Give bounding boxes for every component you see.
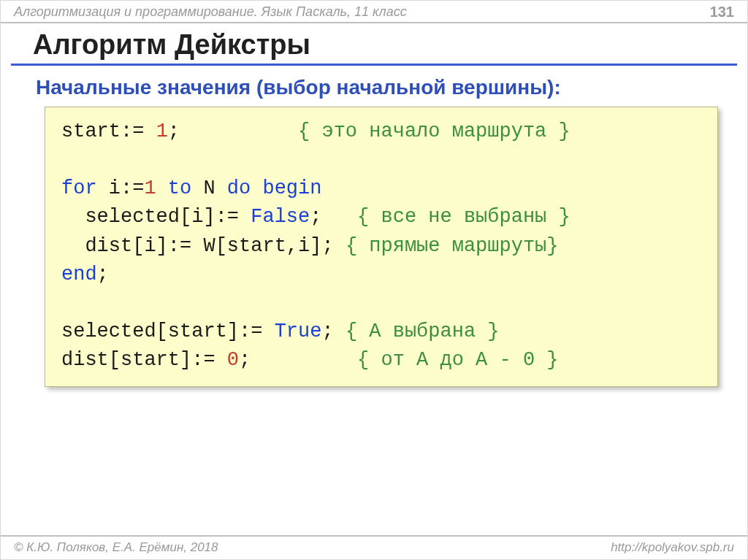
code-text: ; xyxy=(168,120,298,142)
code-keyword: True xyxy=(275,321,322,342)
code-keyword: do begin xyxy=(227,177,322,199)
code-comment: { прямые маршруты} xyxy=(346,235,559,257)
code-text: N xyxy=(191,177,227,199)
footer-bar: © К.Ю. Поляков, Е.А. Ерёмин, 2018 http:/… xyxy=(1,535,747,559)
page-number: 131 xyxy=(710,4,734,20)
code-text: selected[i]:= xyxy=(61,206,251,228)
code-text: start:= xyxy=(61,120,156,142)
header-bar: Алгоритмизация и программирование. Язык … xyxy=(1,1,747,23)
code-text: ; xyxy=(310,206,357,228)
code-number: 1 xyxy=(156,120,168,142)
code-text: ; xyxy=(239,349,357,371)
breadcrumb: Алгоритмизация и программирование. Язык … xyxy=(14,4,407,20)
code-keyword: for xyxy=(61,177,97,199)
code-text: dist[start]:= xyxy=(61,349,227,371)
code-comment: { от A до A - 0 } xyxy=(357,349,558,371)
slide: Алгоритмизация и программирование. Язык … xyxy=(0,0,748,560)
footer-url: http://kpolyakov.spb.ru xyxy=(611,540,734,555)
code-text: dist[i]:= W[start,i]; xyxy=(61,235,346,257)
code-text: selected[start]:= xyxy=(61,321,275,342)
code-text: ; xyxy=(321,321,345,342)
copyright-text: © К.Ю. Поляков, Е.А. Ерёмин, 2018 xyxy=(14,540,218,555)
code-text: i:= xyxy=(97,177,145,199)
code-text xyxy=(156,177,168,199)
code-comment: { A выбрана } xyxy=(346,321,500,342)
code-comment: { это начало маршрута } xyxy=(298,120,570,142)
code-keyword: to xyxy=(168,177,191,199)
code-keyword: False xyxy=(251,206,310,228)
code-number: 0 xyxy=(227,349,239,371)
section-subtitle: Начальные значения (выбор начальной верш… xyxy=(1,76,747,107)
code-number: 1 xyxy=(144,177,156,199)
code-block: start:= 1; { это начало маршрута } for i… xyxy=(45,107,718,387)
code-text: ; xyxy=(97,264,109,285)
code-comment: { все не выбраны } xyxy=(357,206,570,228)
page-title: Алгоритм Дейкстры xyxy=(11,23,737,66)
code-keyword: end xyxy=(61,264,97,285)
